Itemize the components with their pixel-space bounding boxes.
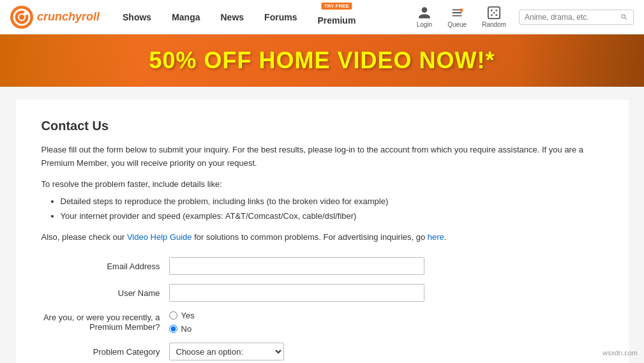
tips-list: Detailed steps to reproduce the problem,… — [61, 194, 603, 224]
main-nav: Shows Manga News Forums TRY FREE Premium — [112, 0, 410, 34]
queue-button[interactable]: Queue — [441, 3, 473, 31]
nav-manga[interactable]: Manga — [161, 0, 210, 34]
logo-area[interactable]: crunchyroll — [10, 6, 100, 29]
random-icon — [487, 6, 501, 20]
premium-no-radio[interactable] — [169, 325, 177, 333]
random-button[interactable]: Random — [476, 3, 513, 31]
svg-rect-4 — [460, 9, 463, 12]
intro-text: Please fill out the form below to submit… — [41, 144, 603, 170]
svg-point-8 — [493, 12, 495, 14]
svg-point-9 — [491, 14, 493, 16]
tip-1: Detailed steps to reproduce the problem,… — [61, 194, 603, 209]
contact-form: Email Address User Name Are you, or were… — [41, 257, 603, 363]
also-prefix: Also, please check our — [41, 232, 127, 242]
premium-yes-option[interactable]: Yes — [169, 311, 195, 320]
login-label: Login — [417, 21, 432, 28]
queue-label: Queue — [447, 21, 467, 28]
no-label: No — [181, 324, 192, 334]
category-select[interactable]: Choose an option: Account Issues Billing… — [169, 343, 284, 360]
nav-premium-wrapper: TRY FREE Premium — [307, 0, 366, 34]
user-icon — [417, 6, 431, 20]
queue-icon — [450, 6, 464, 20]
premium-label-line1: Are you, or were you recently, a — [43, 313, 160, 322]
also-text: Also, please check our Video Help Guide … — [41, 232, 603, 242]
username-field[interactable] — [169, 284, 424, 302]
login-button[interactable]: Login — [410, 3, 438, 31]
nav-news[interactable]: News — [211, 0, 255, 34]
video-help-link[interactable]: Video Help Guide — [127, 232, 192, 242]
search-input[interactable] — [525, 13, 620, 22]
logo-text: crunchyroll — [37, 10, 100, 24]
also-suffix: . — [444, 232, 447, 242]
header-right: Login Queue Random — [410, 3, 634, 31]
resolve-text: To resolve the problem faster, include d… — [41, 179, 603, 189]
svg-point-10 — [495, 14, 497, 16]
crunchyroll-logo-icon — [10, 6, 33, 29]
svg-point-7 — [495, 10, 497, 11]
premium-yes-radio[interactable] — [169, 311, 177, 320]
svg-point-3 — [24, 11, 27, 15]
nav-forums[interactable]: Forums — [254, 0, 307, 34]
premium-label: Are you, or were you recently, a Premium… — [41, 313, 169, 332]
watermark: wsxdn.com — [603, 349, 638, 357]
search-icon[interactable] — [620, 13, 628, 22]
here-link[interactable]: here — [428, 232, 444, 242]
banner[interactable]: 50% OFF HOME VIDEO NOW!* — [0, 34, 644, 87]
premium-label-line2: Premium Member? — [89, 322, 160, 332]
nav-shows[interactable]: Shows — [112, 0, 161, 34]
premium-no-option[interactable]: No — [169, 324, 195, 334]
svg-point-6 — [491, 10, 493, 11]
also-middle: for solutions to common problems. For ad… — [192, 232, 428, 242]
username-row: User Name — [41, 284, 603, 302]
banner-text: 50% OFF HOME VIDEO NOW!* — [149, 47, 495, 74]
page-title: Contact Us — [41, 119, 603, 133]
category-label: Problem Category — [41, 347, 169, 357]
email-row: Email Address — [41, 257, 603, 275]
email-label: Email Address — [41, 262, 169, 271]
tip-2: Your internet provider and speed (exampl… — [61, 209, 603, 223]
search-box — [519, 10, 634, 25]
banner-discount: 50% OFF — [149, 47, 251, 73]
yes-label: Yes — [181, 311, 195, 320]
header: crunchyroll Shows Manga News Forums TRY … — [0, 0, 644, 34]
email-field[interactable] — [169, 257, 424, 275]
banner-home-video: HOME VIDEO NOW!* — [252, 47, 495, 73]
premium-radio-group: Yes No — [169, 311, 195, 334]
premium-row: Are you, or were you recently, a Premium… — [41, 311, 603, 334]
username-label: User Name — [41, 288, 169, 298]
main-content: Contact Us Please fill out the form belo… — [16, 100, 629, 363]
try-free-badge: TRY FREE — [322, 3, 352, 10]
category-row: Problem Category Choose an option: Accou… — [41, 343, 603, 360]
random-label: Random — [482, 21, 506, 28]
